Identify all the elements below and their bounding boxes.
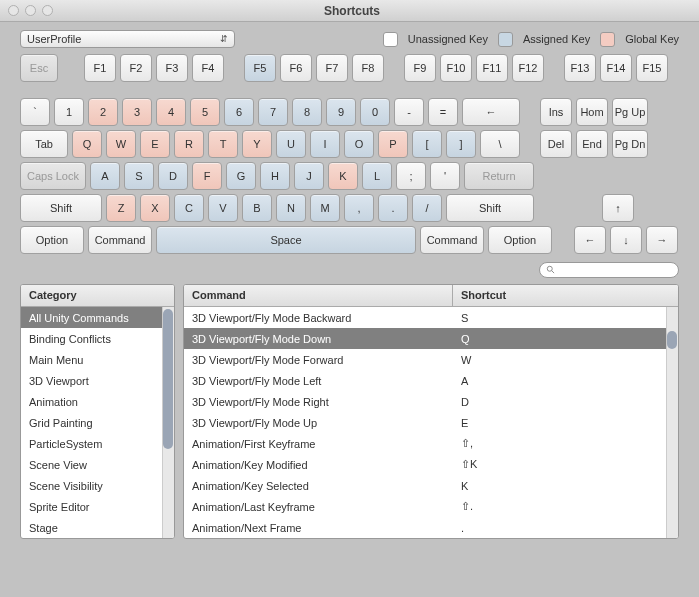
key-tab[interactable]: Tab <box>20 130 68 158</box>
key-w[interactable]: W <box>106 130 136 158</box>
key-hom[interactable]: Hom <box>576 98 608 126</box>
key-6[interactable]: 6 <box>224 98 254 126</box>
key-v[interactable]: V <box>208 194 238 222</box>
command-row[interactable]: 3D Viewport/Fly Mode LeftA <box>184 370 678 391</box>
key-f13[interactable]: F13 <box>564 54 596 82</box>
key-f2[interactable]: F2 <box>120 54 152 82</box>
key-[interactable]: ; <box>396 162 426 190</box>
category-item[interactable]: All Unity Commands <box>21 307 174 328</box>
key-x[interactable]: X <box>140 194 170 222</box>
key-f7[interactable]: F7 <box>316 54 348 82</box>
key-shift[interactable]: Shift <box>446 194 534 222</box>
command-row[interactable]: Animation/First Keyframe⇧, <box>184 433 678 454</box>
key-[interactable]: ' <box>430 162 460 190</box>
key-4[interactable]: 4 <box>156 98 186 126</box>
key-[interactable]: / <box>412 194 442 222</box>
search-input[interactable] <box>539 262 679 278</box>
key-s[interactable]: S <box>124 162 154 190</box>
category-item[interactable]: Animation <box>21 391 174 412</box>
command-list[interactable]: 3D Viewport/Fly Mode BackwardS3D Viewpor… <box>184 307 678 538</box>
scroll-thumb[interactable] <box>667 331 677 349</box>
profile-dropdown[interactable]: UserProfile ⇵ <box>20 30 235 48</box>
key-command[interactable]: Command <box>88 226 152 254</box>
command-row[interactable]: 3D Viewport/Fly Mode UpE <box>184 412 678 433</box>
key-o[interactable]: O <box>344 130 374 158</box>
command-row[interactable]: 3D Viewport/Fly Mode DownQ <box>184 328 678 349</box>
key-e[interactable]: E <box>140 130 170 158</box>
command-row[interactable]: Animation/Last Keyframe⇧. <box>184 496 678 517</box>
command-row[interactable]: 3D Viewport/Fly Mode ForwardW <box>184 349 678 370</box>
key-9[interactable]: 9 <box>326 98 356 126</box>
key-8[interactable]: 8 <box>292 98 322 126</box>
key-m[interactable]: M <box>310 194 340 222</box>
key-0[interactable]: 0 <box>360 98 390 126</box>
scroll-thumb[interactable] <box>163 309 173 449</box>
scrollbar[interactable] <box>162 307 174 538</box>
category-item[interactable]: ParticleSystem <box>21 433 174 454</box>
key-option[interactable]: Option <box>488 226 552 254</box>
key-command[interactable]: Command <box>420 226 484 254</box>
key-t[interactable]: T <box>208 130 238 158</box>
key-z[interactable]: Z <box>106 194 136 222</box>
key-b[interactable]: B <box>242 194 272 222</box>
key-h[interactable]: H <box>260 162 290 190</box>
key-f11[interactable]: F11 <box>476 54 508 82</box>
key-3[interactable]: 3 <box>122 98 152 126</box>
key-f9[interactable]: F9 <box>404 54 436 82</box>
key-shift[interactable]: Shift <box>20 194 102 222</box>
key-f5[interactable]: F5 <box>244 54 276 82</box>
scrollbar[interactable] <box>666 307 678 538</box>
key-i[interactable]: I <box>310 130 340 158</box>
key-f3[interactable]: F3 <box>156 54 188 82</box>
close-button[interactable] <box>8 5 19 16</box>
category-item[interactable]: Scene View <box>21 454 174 475</box>
key-n[interactable]: N <box>276 194 306 222</box>
key-capslock[interactable]: Caps Lock <box>20 162 86 190</box>
key-f8[interactable]: F8 <box>352 54 384 82</box>
key-pgdn[interactable]: Pg Dn <box>612 130 648 158</box>
key-5[interactable]: 5 <box>190 98 220 126</box>
key-f[interactable]: F <box>192 162 222 190</box>
key-k[interactable]: K <box>328 162 358 190</box>
key-[interactable]: ← <box>574 226 606 254</box>
key-[interactable]: . <box>378 194 408 222</box>
category-item[interactable]: Stage <box>21 517 174 538</box>
command-row[interactable]: Animation/Key SelectedK <box>184 475 678 496</box>
key-esc[interactable]: Esc <box>20 54 58 82</box>
key-pgup[interactable]: Pg Up <box>612 98 648 126</box>
category-item[interactable]: Grid Painting <box>21 412 174 433</box>
key-end[interactable]: End <box>576 130 608 158</box>
key-r[interactable]: R <box>174 130 204 158</box>
category-item[interactable]: 3D Viewport <box>21 370 174 391</box>
key-d[interactable]: D <box>158 162 188 190</box>
zoom-button[interactable] <box>42 5 53 16</box>
minimize-button[interactable] <box>25 5 36 16</box>
key-return[interactable]: Return <box>464 162 534 190</box>
key-a[interactable]: A <box>90 162 120 190</box>
key-[interactable]: ` <box>20 98 50 126</box>
key-q[interactable]: Q <box>72 130 102 158</box>
key-[interactable]: [ <box>412 130 442 158</box>
key-del[interactable]: Del <box>540 130 572 158</box>
key-[interactable]: → <box>646 226 678 254</box>
category-item[interactable]: Scene Visibility <box>21 475 174 496</box>
key-f4[interactable]: F4 <box>192 54 224 82</box>
key-2[interactable]: 2 <box>88 98 118 126</box>
key-u[interactable]: U <box>276 130 306 158</box>
key-f15[interactable]: F15 <box>636 54 668 82</box>
key-j[interactable]: J <box>294 162 324 190</box>
key-p[interactable]: P <box>378 130 408 158</box>
key-[interactable]: ↓ <box>610 226 642 254</box>
key-f1[interactable]: F1 <box>84 54 116 82</box>
key-1[interactable]: 1 <box>54 98 84 126</box>
key-f6[interactable]: F6 <box>280 54 312 82</box>
key-y[interactable]: Y <box>242 130 272 158</box>
key-g[interactable]: G <box>226 162 256 190</box>
key-option[interactable]: Option <box>20 226 84 254</box>
key-[interactable]: \ <box>480 130 520 158</box>
key-f12[interactable]: F12 <box>512 54 544 82</box>
key-7[interactable]: 7 <box>258 98 288 126</box>
key-[interactable]: ↑ <box>602 194 634 222</box>
key-f10[interactable]: F10 <box>440 54 472 82</box>
key-c[interactable]: C <box>174 194 204 222</box>
